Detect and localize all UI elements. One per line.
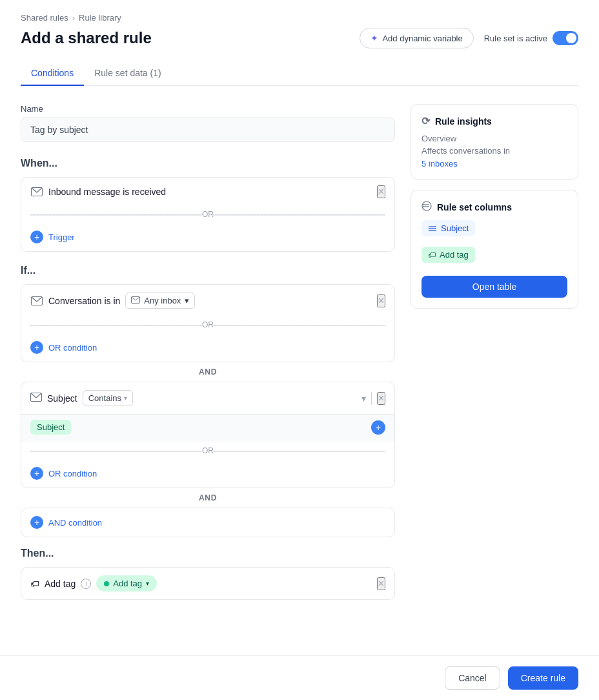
add-trigger-label: Trigger [48,232,75,242]
add-or-condition-icon-2: + [30,467,43,480]
insights-affects-text: Affects conversations in [421,146,567,156]
trigger-row-inner: Inbound message is received [30,185,166,198]
add-dynamic-variable-button[interactable]: ✦ Add dynamic variable [360,28,473,48]
when-label: When... [21,158,395,169]
add-tag-pill[interactable]: Add tag ▾ [96,575,157,592]
subject-column-tag: Subject [421,220,475,236]
rule-columns-title-row: Rule set columns [421,201,567,214]
action-row: 🏷 Add tag i Add tag ▾ × [21,567,395,600]
cancel-button[interactable]: Cancel [445,666,500,690]
toggle-label: Rule set is active [484,34,547,43]
or-divider-1: OR [21,206,394,223]
footer-actions: Cancel Create rule [0,655,599,700]
tab-rule-set-data[interactable]: Rule set data (1) [84,61,172,86]
subject-col-label: Subject [441,223,469,233]
or-divider-subject: OR [21,442,394,459]
page-title: Add a shared rule [21,29,152,47]
vertical-divider [371,392,372,405]
main-layout: Name When... [21,104,578,600]
svg-point-4 [422,201,431,211]
subject-header-left: Subject Contains ▾ [30,390,133,406]
header-actions: ✦ Add dynamic variable Rule set is activ… [360,28,578,48]
breadcrumb: Shared rules › Rule library [21,13,578,23]
add-trigger-icon: + [30,231,43,243]
insights-title-row: ⟳ Rule insights [421,115,567,127]
rule-set-columns-card: Rule set columns Subject 🏷 [411,190,578,309]
remove-action-button[interactable]: × [377,577,385,590]
subject-tag-row: Subject + [21,414,394,442]
then-section: Then... 🏷 Add tag i Add tag ▾ × [21,548,395,600]
svg-point-8 [423,206,424,207]
conversation-text: Conversation is in [48,296,120,306]
inbox-icon-small [131,296,140,305]
tag-icon: 🏷 [30,579,39,589]
and-divider-1: AND [21,362,395,382]
insights-title: Rule insights [435,116,492,127]
subject-header: Subject Contains ▾ ▾ × [21,382,394,414]
if-condition-group-1: Conversation is in Any inbox ▾ [21,284,395,362]
columns-icon [421,201,432,214]
then-label: Then... [21,548,395,559]
action-left: 🏷 Add tag i Add tag ▾ [30,575,157,592]
rule-columns-title: Rule set columns [437,202,512,212]
rule-insights-card: ⟳ Rule insights Overview Affects convers… [411,104,578,180]
add-or-condition-label-1: OR condition [48,343,97,353]
conversation-envelope-icon [30,294,43,307]
rule-active-toggle-group: Rule set is active [484,31,578,45]
add-trigger-row[interactable]: + Trigger [21,223,394,251]
when-section: When... Inbound message is received [21,158,395,252]
add-tag-text: Add tag [45,579,76,589]
subject-expand-icon[interactable]: ▾ [361,393,366,404]
sparkle-icon: ✦ [371,33,378,43]
tag-col-icon: 🏷 [428,251,436,260]
create-rule-button[interactable]: Create rule [508,666,578,690]
add-tag-column-tag: 🏷 Add tag [421,247,475,263]
contains-dropdown[interactable]: Contains ▾ [83,390,133,406]
green-dot-icon [104,581,109,586]
open-table-button[interactable]: Open table [421,276,567,298]
and-divider-2: AND [21,488,395,508]
subject-header-right: ▾ × [361,392,385,405]
if-section: If... Conversation is in [21,265,395,537]
right-panel: ⟳ Rule insights Overview Affects convers… [411,104,578,600]
remove-conversation-button[interactable]: × [377,294,385,307]
tab-conditions[interactable]: Conditions [21,61,84,86]
add-tag-column-tag-wrapper: 🏷 Add tag [421,247,567,268]
contains-chevron-icon: ▾ [124,395,127,402]
tabs-bar: Conditions Rule set data (1) [21,61,578,86]
add-subject-tag-button[interactable]: + [371,420,385,435]
breadcrumb-separator: › [72,13,75,23]
rule-active-toggle[interactable] [553,31,578,45]
breadcrumb-shared-rules[interactable]: Shared rules [21,13,68,23]
add-or-condition-label-2: OR condition [48,469,97,479]
inbox-dropdown[interactable]: Any inbox ▾ [125,293,195,309]
subject-tag: Subject [30,420,71,435]
subject-envelope-icon [30,393,42,404]
add-or-condition-icon-1: + [30,341,43,354]
or-divider-2: OR [21,316,394,333]
name-label: Name [21,104,395,114]
trigger-text: Inbound message is received [48,187,166,197]
inbox-chevron-icon: ▾ [185,296,189,305]
when-condition-group: Inbound message is received × OR + Trigg… [21,177,395,252]
add-or-condition-row-1[interactable]: + OR condition [21,333,394,362]
page-container: Shared rules › Rule library Add a shared… [0,0,599,700]
remove-trigger-button[interactable]: × [377,185,385,198]
add-tag-col-label: Add tag [440,250,469,260]
inbox-value: Any inbox [144,296,181,305]
subject-condition-group: Subject Contains ▾ ▾ × [21,382,395,488]
add-and-condition-row[interactable]: + AND condition [21,508,394,537]
envelope-icon [30,185,43,198]
add-and-condition-label: AND condition [48,518,102,528]
trigger-row: Inbound message is received × [21,178,394,206]
contains-value: Contains [88,393,121,403]
remove-subject-button[interactable]: × [377,392,385,405]
page-header: Add a shared rule ✦ Add dynamic variable… [21,28,578,48]
subject-label: Subject [47,393,77,404]
name-input[interactable] [21,118,395,142]
insights-inboxes-link[interactable]: 5 inboxes [421,159,458,169]
conversation-row: Conversation is in Any inbox ▾ [21,285,394,316]
and-condition-group: + AND condition [21,508,395,537]
info-icon[interactable]: i [81,579,91,589]
add-or-condition-row-2[interactable]: + OR condition [21,459,394,488]
